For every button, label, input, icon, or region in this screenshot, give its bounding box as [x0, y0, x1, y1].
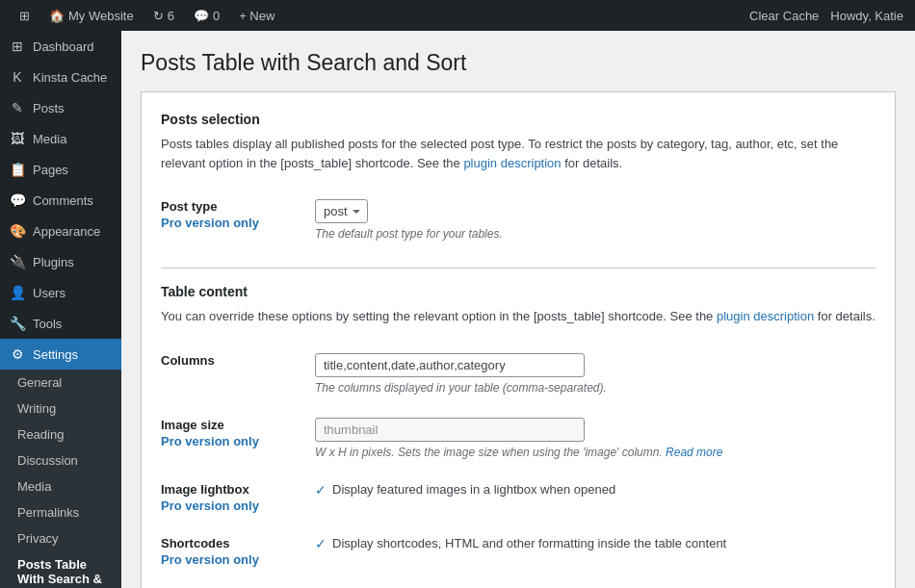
posts-selection-heading: Posts selection [161, 112, 876, 127]
plugins-icon: 🔌 [10, 254, 25, 269]
image-lightbox-row: Image lightbox Pro version only ✓ Displa… [161, 471, 876, 524]
shortcodes-pro-link[interactable]: Pro version only [161, 552, 307, 567]
image-lightbox-help: Display featured images in a lightbox wh… [332, 482, 615, 497]
clear-cache-button[interactable]: Clear Cache [749, 9, 819, 23]
shortcodes-label-cell: Shortcodes Pro version only [161, 524, 315, 578]
image-lightbox-check-row: ✓ Display featured images in a lightbox … [315, 482, 876, 498]
tools-icon: 🔧 [10, 316, 25, 331]
sidebar-item-label: Appearance [33, 224, 100, 239]
updates-icon: ↻ [153, 9, 164, 23]
columns-label-cell: Columns [161, 342, 315, 406]
wp-layout: ⊞ Dashboard K Kinsta Cache ✎ Posts 🖼 Med… [0, 31, 915, 588]
shortcodes-help: Display shortcodes, HTML and other forma… [332, 536, 726, 550]
sidebar-item-label: Media [33, 132, 66, 146]
users-icon: 👤 [10, 285, 25, 300]
settings-submenu: General Writing Reading Discussion Media… [0, 370, 121, 588]
site-name-button[interactable]: 🏠 My Website [41, 0, 142, 31]
kinsta-icon: K [10, 69, 25, 85]
sidebar-item-label: Users [33, 286, 65, 300]
sidebar-item-media[interactable]: 🖼 Media [0, 123, 121, 154]
post-type-table: Post type Pro version only post The defa… [161, 188, 876, 252]
sidebar-item-posts[interactable]: ✎ Posts [0, 92, 121, 123]
image-size-input[interactable] [315, 418, 585, 442]
comments-button[interactable]: 💬 0 [186, 0, 227, 31]
appearance-icon: 🎨 [10, 223, 25, 239]
dashboard-icon: ⊞ [10, 38, 25, 54]
page-title: Posts Table with Search and Sort [141, 50, 896, 76]
main-content: Posts Table with Search and Sort Posts s… [121, 31, 915, 588]
content-length-input-cell: words Enter -1 to show the full post con… [315, 578, 876, 589]
submenu-posts-table[interactable]: Posts Table With Search & Sort [0, 551, 121, 588]
new-button[interactable]: + New [231, 0, 282, 31]
submenu-permalinks[interactable]: Permalinks [0, 499, 121, 525]
sidebar-item-label: Kinsta Cache [33, 70, 107, 85]
image-size-row: Image size Pro version only W x H in pix… [161, 406, 876, 471]
shortcodes-check-row: ✓ Display shortcodes, HTML and other for… [315, 536, 876, 551]
shortcodes-checkmark-icon: ✓ [315, 536, 327, 551]
sidebar-item-label: Dashboard [33, 39, 94, 54]
sidebar-item-pages[interactable]: 📋 Pages [0, 154, 121, 185]
columns-label: Columns [161, 353, 215, 368]
image-size-help: W x H in pixels. Sets the image size whe… [315, 446, 876, 459]
table-content-desc: You can override these options by settin… [161, 307, 876, 326]
sidebar: ⊞ Dashboard K Kinsta Cache ✎ Posts 🖼 Med… [0, 31, 121, 588]
table-content-table: Columns The columns displayed in your ta… [161, 342, 876, 589]
sidebar-item-label: Plugins [33, 255, 74, 269]
post-type-help: The default post type for your tables. [315, 227, 876, 241]
post-type-select[interactable]: post [315, 199, 368, 223]
media-icon: 🖼 [10, 131, 25, 146]
admin-bar: ⊞ 🏠 My Website ↻ 6 💬 0 + New Clear Cache… [0, 0, 915, 31]
table-content-heading: Table content [161, 284, 876, 299]
checkmark-icon: ✓ [315, 482, 327, 498]
submenu-reading[interactable]: Reading [0, 422, 121, 447]
sidebar-item-label: Tools [33, 317, 62, 331]
updates-button[interactable]: ↻ 6 [145, 0, 182, 31]
post-type-label: Post type [161, 199, 218, 214]
sidebar-item-kinsta[interactable]: K Kinsta Cache [0, 62, 121, 92]
image-lightbox-label: Image lightbox [161, 482, 249, 497]
image-lightbox-label-cell: Image lightbox Pro version only [161, 471, 315, 524]
plugin-description-link-1[interactable]: plugin description [463, 156, 561, 170]
posts-icon: ✎ [10, 100, 25, 115]
sidebar-item-label: Comments [33, 193, 93, 208]
sidebar-item-users[interactable]: 👤 Users [0, 277, 121, 308]
site-name: My Website [68, 9, 134, 23]
new-label: + New [239, 9, 274, 23]
sidebar-item-label: Settings [33, 347, 78, 362]
columns-input[interactable] [315, 353, 585, 377]
shortcodes-label: Shortcodes [161, 536, 230, 550]
sidebar-item-tools[interactable]: 🔧 Tools [0, 308, 121, 339]
sidebar-item-settings[interactable]: ⚙ Settings [0, 339, 121, 370]
updates-count: 6 [168, 9, 174, 23]
wp-logo-button[interactable]: ⊞ [12, 0, 38, 31]
post-type-label-cell: Post type Pro version only [161, 188, 315, 252]
house-icon: 🏠 [49, 9, 65, 23]
read-more-link[interactable]: Read more [666, 446, 722, 459]
sidebar-item-comments[interactable]: 💬 Comments [0, 185, 121, 216]
post-type-row: Post type Pro version only post The defa… [161, 188, 876, 252]
post-type-input-cell: post The default post type for your tabl… [315, 188, 876, 252]
shortcodes-input-cell: ✓ Display shortcodes, HTML and other for… [315, 524, 876, 578]
plugin-description-link-2[interactable]: plugin description [717, 309, 814, 323]
posts-selection-desc: Posts tables display all published posts… [161, 135, 876, 172]
settings-form: Posts selection Posts tables display all… [141, 91, 896, 588]
pages-icon: 📋 [10, 162, 25, 177]
post-type-pro-link[interactable]: Pro version only [161, 216, 307, 230]
settings-icon: ⚙ [10, 346, 25, 362]
content-length-label-cell: Content length [161, 578, 315, 589]
sidebar-item-label: Pages [33, 163, 68, 177]
image-size-label: Image size [161, 418, 224, 432]
submenu-discussion[interactable]: Discussion [0, 447, 121, 473]
comment-icon: 💬 [194, 9, 209, 23]
submenu-writing[interactable]: Writing [0, 396, 121, 422]
sidebar-item-dashboard[interactable]: ⊞ Dashboard [0, 31, 121, 62]
image-size-input-cell: W x H in pixels. Sets the image size whe… [315, 406, 876, 471]
submenu-general[interactable]: General [0, 370, 121, 396]
sidebar-item-appearance[interactable]: 🎨 Appearance [0, 216, 121, 246]
submenu-media[interactable]: Media [0, 473, 121, 499]
image-lightbox-input-cell: ✓ Display featured images in a lightbox … [315, 471, 876, 524]
sidebar-item-plugins[interactable]: 🔌 Plugins [0, 246, 121, 277]
submenu-privacy[interactable]: Privacy [0, 525, 121, 551]
image-size-pro-link[interactable]: Pro version only [161, 434, 307, 448]
image-lightbox-pro-link[interactable]: Pro version only [161, 499, 307, 513]
